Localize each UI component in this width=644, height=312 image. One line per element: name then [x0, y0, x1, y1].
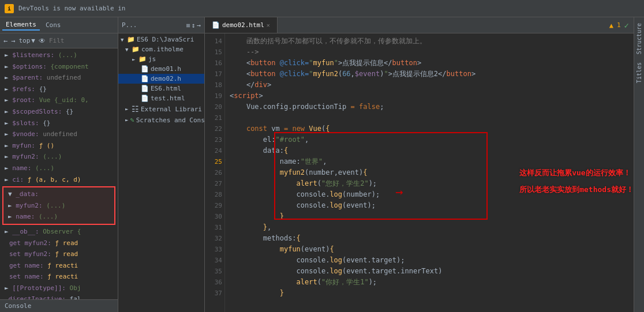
tree-js-folder[interactable]: ► 📁 js [118, 54, 204, 64]
project-panel: P... ≡ ↕ → ▼ 📁 ES6 D:\JavaScri ▼ 📁 com.i… [118, 17, 205, 312]
tree-scratches-folder[interactable]: ► ✎ Scratches and Consoles [118, 115, 204, 125]
code-line-30: } [230, 211, 629, 222]
line-num-36: 36 [209, 277, 222, 288]
eye-icon[interactable]: 👁 [39, 37, 46, 45]
prop-data-name: ► name: (...) [6, 211, 112, 223]
line-num-27: 27 [209, 178, 222, 189]
tab-close-button[interactable]: ✕ [267, 22, 270, 28]
editor-tab-bar: 📄 demo02.html ✕ ▲ 1 ✓ [205, 17, 634, 33]
titles-tab[interactable]: Titles [635, 59, 643, 87]
tree-external-folder[interactable]: ► ☷ External Librari [118, 103, 204, 115]
project-toolbar: P... ≡ ↕ → [118, 17, 204, 33]
code-line-17: <button @click="myfun2(66,$event)">点我提示信… [230, 69, 629, 80]
tree-es6-folder[interactable]: ▼ 📁 ES6 D:\JavaScri [118, 35, 204, 44]
tree-demo02-label: demo02.h [151, 75, 181, 82]
menu-icon[interactable]: ≡ [186, 21, 190, 29]
line-num-20: 20 [209, 102, 222, 112]
editor-warnings: ▲ 1 ✓ [609, 21, 634, 30]
line-num-37: 37 [209, 288, 222, 299]
line-num-23: 23 [209, 134, 222, 145]
prop-scoped-slots: ► $scopedSlots: {} [0, 106, 118, 118]
prop-prototype: ► [[Prototype]]: Obj [0, 283, 118, 294]
demo02-tab[interactable]: 📄 demo02.html ✕ [205, 17, 278, 33]
tree-demo02-file[interactable]: ► 📄 demo02.h [118, 74, 204, 84]
html-file-icon: 📄 [141, 65, 149, 73]
tree-testhtml-label: test.html [151, 95, 185, 102]
line-numbers: 14 15 16 17 18 19 20 21 22 23 24 25 26 2… [205, 33, 225, 312]
line-num-32: 32 [209, 233, 222, 244]
forward-icon[interactable]: → [11, 37, 15, 45]
inspector-subbar: ← → top ▼ 👁 Filt [0, 33, 118, 48]
structure-tab[interactable]: Structure [635, 20, 643, 58]
line-num-29: 29 [209, 200, 222, 211]
code-line-34: console.log(event.target); [230, 255, 629, 266]
code-line-16: <button @click="myfun">点我提示信息</button> [230, 58, 629, 69]
project-label: P... [122, 21, 137, 29]
code-editor-panel: 📄 demo02.html ✕ ▲ 1 ✓ 14 15 16 17 18 19 … [205, 17, 634, 312]
line-num-21: 21 [209, 112, 222, 123]
scope-dropdown[interactable]: top ▼ [18, 37, 35, 44]
console-tab-bottom[interactable]: Console [0, 299, 118, 312]
right-panel: Structure Titles [634, 17, 644, 312]
code-line-23: el:"#root", [230, 134, 629, 145]
code-line-18: </div> [230, 80, 629, 91]
folder-icon: 📁 [127, 36, 135, 43]
line-num-17: 17 [209, 69, 222, 80]
tree-testhtml-file[interactable]: ► 📄 test.html [118, 93, 204, 103]
line-num-22: 22 [209, 123, 222, 134]
code-line-36: alert("你好，学生1"); [230, 277, 629, 288]
prop-myfun2: ► myfun2: (...) [0, 151, 118, 163]
prop-parent: ► $parent: undefined [0, 72, 118, 84]
tree-es6html-file[interactable]: ► 📄 ES6.html [118, 84, 204, 93]
line-num-25: 25 [209, 156, 222, 167]
line-num-14: 14 [209, 36, 222, 47]
tree-com-label: com.itholme [141, 46, 184, 53]
elements-tab[interactable]: Elements [2, 20, 40, 31]
tree-arrow-icon: ► [132, 57, 137, 62]
line-num-31: 31 [209, 222, 222, 233]
line-num-28: 28 [209, 189, 222, 200]
prop-slots: ► $slots: {} [0, 118, 118, 129]
line-num-24: 24 [209, 145, 222, 156]
back-icon[interactable]: ← [3, 37, 8, 45]
prop-root: ► $root: Vue {_uid: 0, [0, 95, 118, 106]
prop-ci: ► ci: ƒ (a, b, c, d) [0, 174, 118, 186]
warning-count: 1 [617, 21, 621, 29]
code-line-35: console.log(event.target.innerText) [230, 266, 629, 277]
prop-vnode: ► $vnode: undefined [0, 129, 118, 140]
tree-external-label: External Librari [141, 106, 202, 113]
console-label: Console [5, 302, 31, 310]
code-line-37: } [230, 288, 629, 299]
scope-label: top [18, 37, 30, 44]
filter-label: Filt [49, 37, 65, 44]
code-line-27: alert("您好，学生2"); [230, 178, 629, 189]
code-line-33: myfun(event){ [230, 244, 629, 255]
line-num-35: 35 [209, 266, 222, 277]
inspector-toolbar: Elements Cons [0, 17, 118, 33]
line-num-15: 15 [209, 47, 222, 58]
prop-myfun: ► myfun: ƒ () [0, 140, 118, 152]
tree-arrow-icon: ► [125, 106, 130, 112]
line-num-19: 19 [209, 91, 222, 102]
prop-name: ► name: (...) [0, 163, 118, 174]
tree-demo01-label: demo01.h [151, 65, 181, 73]
code-content[interactable]: 函数的括号加不加都可以，不传参就不加，传参数就加上。 --> <button @… [225, 33, 634, 312]
sort-icon[interactable]: ↕ [192, 21, 196, 29]
console-tab[interactable]: Cons [42, 20, 65, 30]
external-icon: ☷ [132, 104, 139, 114]
code-line-31: }, [230, 222, 629, 233]
folder-icon: 📁 [132, 46, 140, 53]
html-file-icon: 📄 [141, 75, 149, 82]
tree-demo01-file[interactable]: ► 📄 demo01.h [118, 64, 204, 74]
inspector-content: ► $listeners: (...) ► $options: {compone… [0, 48, 118, 299]
html-file-icon: 📄 [141, 85, 149, 92]
prop-direct-inactive: _directInactive: fal [0, 294, 118, 299]
code-line-24: data:{ [230, 145, 629, 156]
line-num-16: 16 [209, 58, 222, 69]
expand-icon[interactable]: → [197, 21, 201, 29]
tree-com-folder[interactable]: ▼ 📁 com.itholme [118, 44, 204, 54]
project-icons: ≡ ↕ → [186, 21, 201, 29]
code-line-22: const vm = new Vue({ [230, 123, 629, 134]
tree-es6-label: ES6 D:\JavaScri [137, 36, 194, 43]
selected-data-box: ▼ _data: ► myfun2: (...) ► name: (...) [2, 186, 115, 225]
